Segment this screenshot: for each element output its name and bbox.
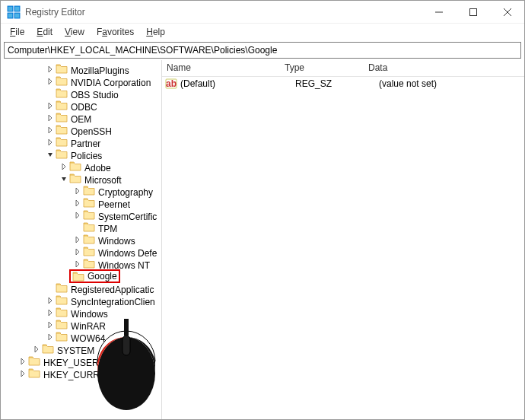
tree-item-label: Peernet (98, 199, 130, 210)
twisty-collapsed-icon[interactable] (45, 320, 56, 330)
tree-item[interactable]: Adobe (1, 161, 161, 173)
tree-item-label: Google (88, 271, 117, 282)
tree-item[interactable]: HKEY_CURREN (1, 368, 161, 380)
cell-type: REG_SZ (295, 78, 379, 89)
maximize-button[interactable] (456, 1, 490, 24)
tree-item-label: HKEY_CURREN (43, 370, 113, 380)
twisty-collapsed-icon[interactable] (72, 210, 83, 221)
folder-icon (56, 112, 68, 123)
twisty-collapsed-icon[interactable] (45, 113, 56, 123)
svg-rect-2 (8, 13, 13, 18)
address-bar[interactable]: Computer\HKEY_LOCAL_MACHINE\SOFTWARE\Pol… (4, 42, 521, 59)
twisty-collapsed-icon[interactable] (45, 64, 56, 75)
column-name[interactable]: Name (162, 60, 280, 76)
tree-item[interactable]: ODBC (1, 100, 161, 112)
tree-item[interactable]: WinRAR (1, 319, 161, 331)
folder-icon (56, 307, 68, 317)
folder-icon (83, 246, 95, 256)
twisty-collapsed-icon[interactable] (18, 356, 28, 367)
column-data[interactable]: Data (364, 60, 524, 76)
main-split: MozillaPluginsNVIDIA Corporation OBS Stu… (1, 60, 524, 419)
folder-icon (56, 100, 68, 110)
tree-item-label: RegisteredApplicatic (71, 285, 154, 295)
twisty-collapsed-icon[interactable] (59, 161, 69, 172)
twisty-collapsed-icon[interactable] (72, 259, 83, 269)
menu-favorites[interactable]: Favorites (91, 25, 140, 39)
menu-help[interactable]: Help (140, 25, 171, 39)
twisty-collapsed-icon[interactable] (45, 125, 56, 135)
twisty-expanded-icon[interactable] (45, 149, 56, 160)
minimize-button[interactable] (422, 1, 456, 24)
tree-item[interactable]: Microsoft (1, 173, 161, 185)
list-body: ab(Default)REG_SZ(value not set) (162, 77, 524, 91)
svg-rect-3 (14, 13, 20, 18)
twisty-collapsed-icon[interactable] (18, 368, 28, 379)
twisty-expanded-icon[interactable] (59, 173, 69, 184)
twisty-collapsed-icon[interactable] (45, 137, 56, 148)
tree-item[interactable]: OEM (1, 112, 161, 124)
tree-item-label: HKEY_USERS (43, 358, 105, 368)
tree-item[interactable]: Google (1, 270, 161, 282)
twisty-collapsed-icon[interactable] (72, 234, 83, 245)
twisty-collapsed-icon[interactable] (45, 307, 56, 318)
tree-item[interactable]: Cryptography (1, 185, 161, 197)
tree-item[interactable]: Windows Defe (1, 246, 161, 258)
tree-item[interactable]: OpenSSH (1, 124, 161, 136)
close-button[interactable] (490, 1, 524, 24)
tree-item-label: Windows (71, 309, 108, 320)
tree-item-label: OpenSSH (71, 126, 112, 137)
folder-icon (28, 368, 40, 378)
tree-item[interactable]: MozillaPlugins (1, 63, 161, 75)
title-bar: Registry Editor (1, 1, 524, 24)
folder-icon (56, 148, 68, 159)
tree-item[interactable]: HKEY_USERS (1, 355, 161, 368)
tree-item-label: TPM (98, 224, 117, 234)
tree-item[interactable]: SYSTEM (1, 343, 161, 355)
tree-item-label: ODBC (71, 102, 97, 113)
tree-item-label: OBS Studio (71, 90, 119, 100)
svg-text:ab: ab (166, 78, 177, 89)
tree-item[interactable]: TPM (1, 221, 161, 234)
folder-icon (83, 209, 95, 220)
menu-view[interactable]: View (59, 25, 91, 39)
twisty-collapsed-icon[interactable] (45, 295, 56, 306)
twisty-collapsed-icon[interactable] (31, 344, 42, 355)
folder-icon (83, 185, 95, 196)
twisty-collapsed-icon[interactable] (45, 332, 56, 342)
tree-item[interactable]: OBS Studio (1, 88, 161, 100)
tree-item[interactable]: Peernet (1, 197, 161, 209)
twisty-collapsed-icon[interactable] (45, 76, 56, 87)
menu-file[interactable]: File (4, 25, 30, 39)
tree-item[interactable]: Windows NT (1, 258, 161, 270)
column-type[interactable]: Type (280, 60, 364, 76)
svg-rect-5 (469, 8, 476, 15)
tree-item[interactable]: RegisteredApplicatic (1, 282, 161, 294)
tree-item[interactable]: Partner (1, 136, 161, 148)
tree-item[interactable]: SystemCertific (1, 209, 161, 221)
tree-item-label: Adobe (84, 163, 111, 173)
twisty-collapsed-icon[interactable] (72, 198, 83, 208)
tree-item-label: MozillaPlugins (71, 65, 129, 76)
tree-item-label: WOW64 (71, 333, 105, 344)
folder-icon (72, 271, 84, 282)
menu-bar: File Edit View Favorites Help (1, 24, 524, 40)
tree-item[interactable]: NVIDIA Corporation (1, 75, 161, 88)
tree-item-label: Microsoft (84, 175, 122, 186)
tree-item[interactable]: Windows (1, 307, 161, 319)
tree-item[interactable]: SyncIntegrationClien (1, 294, 161, 307)
menu-edit[interactable]: Edit (30, 25, 59, 39)
tree-item[interactable]: Policies (1, 148, 161, 161)
twisty-collapsed-icon[interactable] (45, 100, 56, 111)
twisty-collapsed-icon[interactable] (72, 186, 83, 196)
tree-item-label: NVIDIA Corporation (71, 78, 151, 88)
tree-item[interactable]: WOW64 (1, 331, 161, 343)
list-row[interactable]: ab(Default)REG_SZ(value not set) (162, 77, 524, 91)
registry-tree[interactable]: MozillaPluginsNVIDIA Corporation OBS Stu… (1, 63, 161, 380)
app-icon (7, 5, 21, 19)
tree-item[interactable]: Windows (1, 234, 161, 246)
folder-icon (69, 173, 81, 183)
folder-icon (83, 221, 95, 232)
tree-item-label: Windows (98, 236, 135, 247)
folder-icon (56, 124, 68, 135)
twisty-collapsed-icon[interactable] (72, 247, 83, 257)
